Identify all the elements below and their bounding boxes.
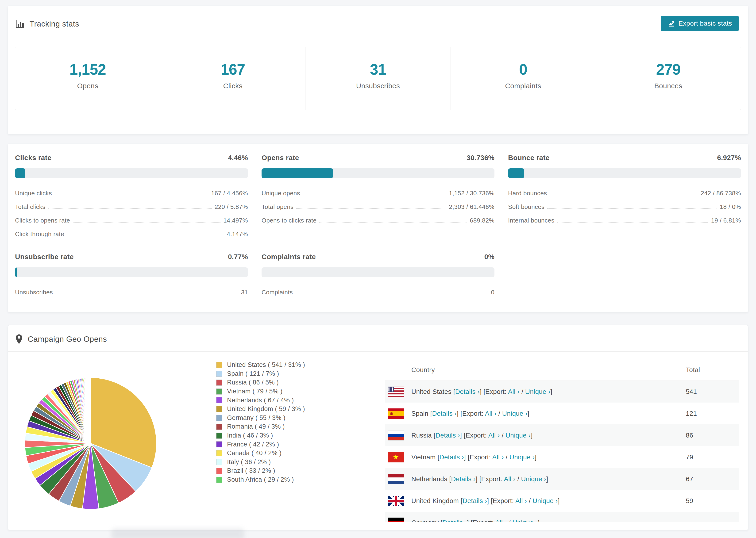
table-row: Russia [Details ›] [Export: All › / Uniq…: [385, 424, 739, 446]
country-total: 59: [686, 497, 693, 505]
export-unique-link[interactable]: Unique ›: [502, 410, 527, 417]
export-all-link[interactable]: All ›: [508, 388, 519, 395]
legend-item: Netherlands ( 67 / 4% ): [216, 396, 305, 405]
legend-swatch: [216, 468, 222, 474]
legend-swatch: [216, 441, 222, 447]
legend-item: Spain ( 121 / 7% ): [216, 369, 305, 378]
export-unique-link[interactable]: Unique ›: [510, 454, 535, 461]
export-unique-link[interactable]: Unique ›: [525, 388, 550, 395]
geo-pie-chart[interactable]: [23, 375, 159, 511]
legend-swatch: [216, 450, 222, 456]
rate-detail-row: Total opens 2,303 / 61.446%: [261, 197, 495, 211]
legend-label: Germany ( 55 / 3% ): [227, 414, 286, 422]
stat-value: 31: [370, 61, 386, 78]
legend-swatch: [216, 380, 222, 386]
country-flag: [388, 408, 404, 419]
export-all-link[interactable]: All ›: [485, 410, 497, 417]
stat-label: Unsubscribes: [356, 82, 400, 90]
export-unique-link[interactable]: Unique ›: [532, 497, 558, 505]
legend-swatch: [216, 477, 222, 483]
export-all-link[interactable]: All ›: [504, 475, 515, 483]
rate-detail-label: Opens to clicks rate: [261, 217, 316, 224]
country-column-header: Country: [411, 366, 435, 374]
export-all-link[interactable]: All ›: [495, 519, 507, 522]
country-name: Vietnam: [411, 454, 436, 461]
legend-item: India ( 46 / 3% ): [216, 431, 305, 440]
rate-value: 0.77%: [228, 253, 248, 261]
rate-detail-label: Hard bounces: [508, 190, 547, 197]
rate-detail-row: Unique opens 1,152 / 30.736%: [261, 183, 495, 197]
stat-cell: 31 Unsubscribes: [305, 47, 450, 110]
legend-label: Romania ( 49 / 3% ): [227, 423, 285, 430]
details-link[interactable]: Details ›: [462, 497, 487, 505]
rate-detail-value: 4.147%: [227, 231, 248, 238]
export-unique-link[interactable]: Unique ›: [521, 475, 546, 483]
stat-cell: 0 Complaints: [451, 47, 596, 110]
progress-bar-fill: [15, 168, 26, 178]
export-basic-stats-button[interactable]: Export basic stats: [661, 16, 739, 31]
geo-title: Campaign Geo Opens: [28, 335, 107, 344]
legend-label: France ( 42 / 2% ): [227, 441, 279, 448]
legend-item: Canada ( 40 / 2% ): [216, 449, 305, 458]
table-row: Germany [Details ›] [Export: All › / Uni…: [385, 512, 739, 522]
legend-label: Russia ( 86 / 5% ): [227, 379, 279, 386]
dotted-leader: [319, 222, 467, 223]
country-flag: [388, 452, 404, 462]
details-link[interactable]: Details ›: [432, 410, 457, 417]
export-all-link[interactable]: All ›: [515, 497, 527, 505]
export-unique-link[interactable]: Unique ›: [506, 432, 531, 439]
map-pin-icon: [15, 334, 23, 344]
legend-item: South Africa ( 29 / 2% ): [216, 475, 305, 484]
legend-item: Brazil ( 33 / 2% ): [216, 466, 305, 475]
legend-item: Russia ( 86 / 5% ): [216, 378, 305, 387]
rate-detail-value: 242 / 86.738%: [701, 190, 741, 197]
export-icon: [668, 20, 675, 27]
stats-summary-row: 1,152 Opens 167 Clicks 31 Unsubscribes 0…: [15, 47, 741, 110]
table-header-row: Country Total: [385, 359, 739, 381]
rate-value: 4.46%: [228, 154, 248, 162]
legend-item: France ( 42 / 2% ): [216, 440, 305, 449]
rate-detail-label: Total clicks: [15, 203, 45, 211]
bar-chart-icon: [15, 19, 25, 29]
legend-swatch: [216, 362, 222, 368]
stat-cell: 279 Bounces: [596, 47, 741, 110]
geo-header: Campaign Geo Opens: [8, 325, 748, 351]
country-total: 541: [686, 388, 697, 396]
legend-item: Germany ( 55 / 3% ): [216, 413, 305, 422]
legend-label: Netherlands ( 67 / 4% ): [227, 397, 294, 404]
rate-detail-value: 689.82%: [470, 217, 495, 224]
rate-detail-label: Clicks to opens rate: [15, 217, 70, 224]
legend-swatch: [216, 433, 222, 439]
page-title: Tracking stats: [29, 20, 79, 28]
rates-card: Clicks rate 4.46% Unique clicks 167 / 4.…: [8, 144, 748, 312]
export-unique-link[interactable]: Unique ›: [513, 519, 538, 522]
rate-detail-label: Internal bounces: [508, 217, 554, 224]
details-link[interactable]: Details ›: [440, 454, 464, 461]
table-row: Vietnam [Details ›] [Export: All › / Uni…: [385, 446, 739, 468]
campaign-geo-opens-card: Campaign Geo Opens United States ( 541 /…: [8, 325, 748, 530]
rates-grid: Clicks rate 4.46% Unique clicks 167 / 4.…: [8, 144, 748, 296]
country-flag: [388, 517, 404, 522]
rate-detail-value: 14.497%: [223, 217, 248, 224]
rate-detail-label: Unique opens: [261, 190, 300, 197]
dotted-leader: [296, 208, 446, 209]
rate-detail-value: 18 / 0%: [720, 203, 741, 211]
country-name: Russia: [411, 432, 432, 439]
rate-detail-value: 220 / 5.87%: [215, 203, 248, 211]
rate-detail-row: Complaints 0: [261, 282, 495, 296]
details-link[interactable]: Details ›: [443, 519, 467, 522]
dotted-leader: [550, 195, 698, 195]
dotted-leader: [48, 208, 212, 209]
export-all-link[interactable]: All ›: [492, 454, 504, 461]
export-all-link[interactable]: All ›: [488, 432, 500, 439]
total-column-header: Total: [686, 366, 700, 374]
details-link[interactable]: Details ›: [455, 388, 480, 395]
rate-value: 6.927%: [717, 154, 741, 162]
rate-value: 0%: [484, 253, 495, 261]
rate-detail-row: Hard bounces 242 / 86.738%: [508, 183, 741, 197]
rate-detail-value: 19 / 6.81%: [711, 217, 741, 224]
details-link[interactable]: Details ›: [451, 475, 476, 483]
progress-bar-fill: [508, 168, 524, 178]
progress-bar-fill: [15, 267, 17, 277]
details-link[interactable]: Details ›: [436, 432, 460, 439]
